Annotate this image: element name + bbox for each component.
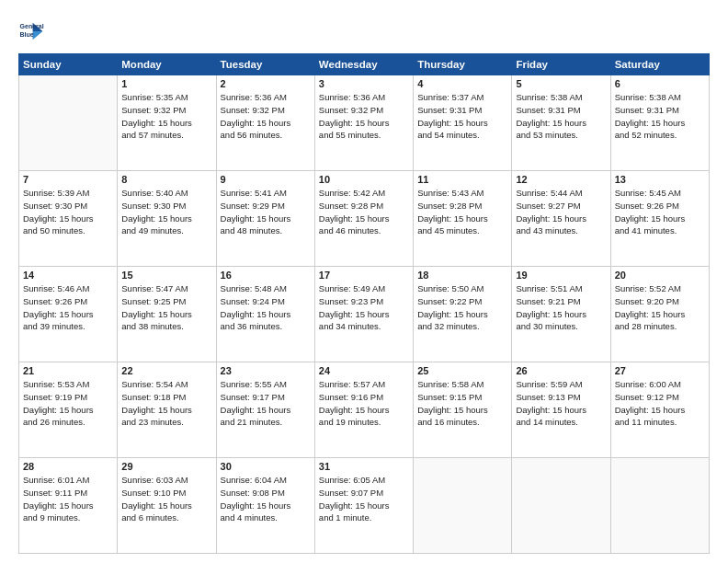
cell-text: Sunset: 9:31 PM bbox=[417, 104, 507, 117]
cell-text: Sunrise: 5:57 AM bbox=[319, 378, 409, 391]
calendar-cell bbox=[19, 75, 118, 171]
cell-text: and 48 minutes. bbox=[221, 224, 311, 237]
cell-text: and 23 minutes. bbox=[121, 416, 211, 429]
cell-text: and 57 minutes. bbox=[121, 129, 211, 142]
cell-text: Sunrise: 5:41 AM bbox=[221, 187, 311, 200]
weekday-header: Wednesday bbox=[314, 54, 413, 75]
cell-text: Sunset: 9:23 PM bbox=[319, 295, 409, 308]
cell-text: Sunset: 9:17 PM bbox=[221, 391, 311, 404]
calendar-week-row: 28Sunrise: 6:01 AMSunset: 9:11 PMDayligh… bbox=[19, 458, 710, 554]
cell-text: and 36 minutes. bbox=[221, 320, 311, 333]
cell-text: Sunrise: 5:40 AM bbox=[121, 187, 211, 200]
calendar-cell bbox=[610, 458, 709, 554]
cell-text: Sunrise: 5:38 AM bbox=[516, 91, 606, 104]
cell-text: Sunset: 9:16 PM bbox=[319, 391, 409, 404]
calendar-cell: 31Sunrise: 6:05 AMSunset: 9:07 PMDayligh… bbox=[314, 458, 413, 554]
cell-text: Daylight: 15 hours bbox=[516, 404, 606, 417]
svg-text:General: General bbox=[20, 23, 44, 29]
cell-text: Daylight: 15 hours bbox=[319, 308, 409, 321]
cell-text: Daylight: 15 hours bbox=[516, 213, 606, 225]
day-number: 15 bbox=[121, 270, 211, 281]
cell-text: Sunrise: 5:42 AM bbox=[319, 187, 409, 200]
calendar-header-row: SundayMondayTuesdayWednesdayThursdayFrid… bbox=[19, 54, 710, 75]
cell-text: Daylight: 15 hours bbox=[221, 500, 311, 512]
calendar-cell: 12Sunrise: 5:44 AMSunset: 9:27 PMDayligh… bbox=[512, 171, 610, 267]
calendar-week-row: 21Sunrise: 5:53 AMSunset: 9:19 PMDayligh… bbox=[19, 362, 710, 458]
cell-text: and 41 minutes. bbox=[615, 224, 705, 237]
cell-text: Sunrise: 5:59 AM bbox=[516, 378, 606, 391]
cell-text: and 54 minutes. bbox=[417, 129, 507, 142]
svg-text:Blue: Blue bbox=[20, 31, 34, 38]
calendar-cell: 11Sunrise: 5:43 AMSunset: 9:28 PMDayligh… bbox=[414, 171, 512, 267]
cell-text: Daylight: 15 hours bbox=[23, 404, 113, 417]
cell-text: Sunrise: 5:36 AM bbox=[319, 91, 409, 104]
day-number: 12 bbox=[516, 174, 606, 185]
cell-text: and 4 minutes. bbox=[221, 511, 311, 524]
cell-text: and 26 minutes. bbox=[23, 416, 113, 429]
calendar-cell: 3Sunrise: 5:36 AMSunset: 9:32 PMDaylight… bbox=[314, 75, 413, 171]
day-number: 24 bbox=[319, 365, 409, 376]
day-number: 18 bbox=[417, 270, 507, 281]
day-number: 6 bbox=[615, 78, 705, 89]
header: General Blue bbox=[18, 15, 710, 44]
calendar-cell: 28Sunrise: 6:01 AMSunset: 9:11 PMDayligh… bbox=[19, 458, 118, 554]
cell-text: Sunrise: 5:55 AM bbox=[221, 378, 311, 391]
cell-text: Sunset: 9:12 PM bbox=[615, 391, 705, 404]
cell-text: Sunset: 9:32 PM bbox=[121, 104, 211, 117]
cell-text: Sunrise: 6:03 AM bbox=[121, 474, 211, 487]
cell-text: Sunset: 9:13 PM bbox=[516, 391, 606, 404]
cell-text: Sunrise: 5:46 AM bbox=[23, 282, 113, 295]
cell-text: Sunset: 9:22 PM bbox=[417, 295, 507, 308]
weekday-header: Sunday bbox=[19, 54, 118, 75]
day-number: 4 bbox=[417, 78, 507, 89]
cell-text: and 53 minutes. bbox=[516, 129, 606, 142]
day-number: 31 bbox=[319, 461, 409, 472]
cell-text: Daylight: 15 hours bbox=[417, 404, 507, 417]
cell-text: and 9 minutes. bbox=[23, 511, 113, 524]
cell-text: Sunset: 9:21 PM bbox=[516, 295, 606, 308]
cell-text: and 28 minutes. bbox=[615, 320, 705, 333]
weekday-header: Saturday bbox=[610, 54, 709, 75]
cell-text: Sunrise: 6:00 AM bbox=[615, 378, 705, 391]
cell-text: and 16 minutes. bbox=[417, 416, 507, 429]
day-number: 17 bbox=[319, 270, 409, 281]
cell-text: Sunrise: 5:44 AM bbox=[516, 187, 606, 200]
cell-text: Daylight: 15 hours bbox=[221, 308, 311, 321]
cell-text: Daylight: 15 hours bbox=[319, 404, 409, 417]
day-number: 22 bbox=[121, 365, 211, 376]
cell-text: and 55 minutes. bbox=[319, 129, 409, 142]
cell-text: Daylight: 15 hours bbox=[319, 213, 409, 225]
calendar-cell: 26Sunrise: 5:59 AMSunset: 9:13 PMDayligh… bbox=[512, 362, 610, 458]
calendar-cell: 15Sunrise: 5:47 AMSunset: 9:25 PMDayligh… bbox=[118, 267, 216, 362]
calendar-cell: 22Sunrise: 5:54 AMSunset: 9:18 PMDayligh… bbox=[118, 362, 216, 458]
cell-text: Sunrise: 5:50 AM bbox=[417, 282, 507, 295]
calendar-cell: 19Sunrise: 5:51 AMSunset: 9:21 PMDayligh… bbox=[512, 267, 610, 362]
weekday-header: Thursday bbox=[414, 54, 512, 75]
cell-text: Sunrise: 5:37 AM bbox=[417, 91, 507, 104]
cell-text: Sunrise: 5:52 AM bbox=[615, 282, 705, 295]
cell-text: Sunrise: 5:53 AM bbox=[23, 378, 113, 391]
cell-text: and 32 minutes. bbox=[417, 320, 507, 333]
cell-text: Sunrise: 5:51 AM bbox=[516, 282, 606, 295]
page: General Blue SundayMondayTuesdayWednesda… bbox=[0, 0, 728, 563]
cell-text: Daylight: 15 hours bbox=[615, 213, 705, 225]
day-number: 25 bbox=[417, 365, 507, 376]
calendar-cell: 13Sunrise: 5:45 AMSunset: 9:26 PMDayligh… bbox=[610, 171, 709, 267]
cell-text: and 6 minutes. bbox=[121, 511, 211, 524]
cell-text: Daylight: 15 hours bbox=[417, 117, 507, 130]
cell-text: Daylight: 15 hours bbox=[417, 213, 507, 225]
calendar-cell: 8Sunrise: 5:40 AMSunset: 9:30 PMDaylight… bbox=[118, 171, 216, 267]
cell-text: Daylight: 15 hours bbox=[121, 308, 211, 321]
cell-text: Daylight: 15 hours bbox=[516, 117, 606, 130]
day-number: 5 bbox=[516, 78, 606, 89]
calendar-cell: 18Sunrise: 5:50 AMSunset: 9:22 PMDayligh… bbox=[414, 267, 512, 362]
cell-text: Sunset: 9:31 PM bbox=[516, 104, 606, 117]
weekday-header: Tuesday bbox=[216, 54, 314, 75]
day-number: 19 bbox=[516, 270, 606, 281]
calendar-cell: 24Sunrise: 5:57 AMSunset: 9:16 PMDayligh… bbox=[314, 362, 413, 458]
cell-text: Daylight: 15 hours bbox=[23, 308, 113, 321]
cell-text: Daylight: 15 hours bbox=[121, 117, 211, 130]
cell-text: Sunset: 9:26 PM bbox=[615, 200, 705, 213]
cell-text: and 38 minutes. bbox=[121, 320, 211, 333]
cell-text: Sunset: 9:30 PM bbox=[121, 200, 211, 213]
